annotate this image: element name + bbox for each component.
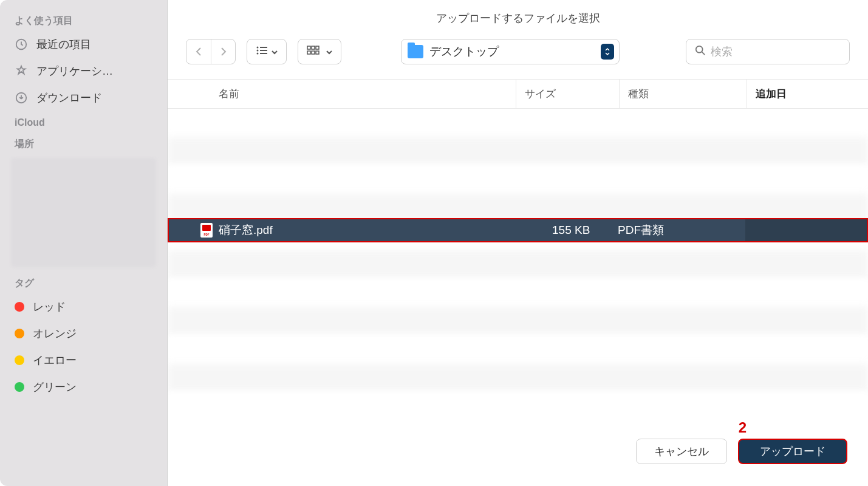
chevron-down-icon [326, 46, 332, 57]
sidebar-tag-label: イエロー [33, 353, 77, 368]
column-header-row: 名前 サイズ 種類 追加日 [168, 79, 868, 109]
svg-point-14 [696, 46, 703, 53]
main-panel: アップロードするファイルを選択 [168, 0, 868, 486]
svg-rect-12 [312, 51, 315, 54]
svg-rect-11 [307, 51, 310, 54]
folder-icon [408, 45, 423, 58]
svg-rect-13 [316, 51, 319, 54]
tag-dot-icon [15, 302, 24, 312]
annotation-2: 2 [739, 419, 747, 436]
sidebar-section-tags: タグ [0, 271, 167, 293]
pdf-file-icon [200, 223, 213, 238]
file-kind: PDF書類 [618, 222, 745, 238]
column-header-size[interactable]: サイズ [516, 80, 619, 108]
search-input[interactable] [711, 46, 841, 58]
download-icon [15, 91, 28, 104]
up-down-icon [601, 44, 614, 60]
file-open-dialog: よく使う項目 最近の項目 アプリケーシ… ダウンロード iCloud 場所 タグ [0, 0, 868, 486]
sidebar-tag-label: オレンジ [33, 326, 77, 341]
location-dropdown[interactable]: デスクトップ [401, 39, 620, 64]
upload-button[interactable]: アップロード [738, 439, 847, 464]
sidebar-tag-label: グリーン [33, 380, 77, 394]
sidebar-tag-green[interactable]: グリーン [0, 374, 167, 400]
chevron-down-icon [272, 46, 278, 57]
nav-group [186, 39, 236, 64]
file-list: 1 硝子窓.pdf 155 KB PDF書類 [168, 109, 868, 420]
sidebar-item-label: ダウンロード [36, 91, 102, 105]
sidebar-section-favorites: よく使う項目 [0, 9, 167, 31]
sidebar-tag-orange[interactable]: オレンジ [0, 320, 167, 347]
column-header-kind[interactable]: 種類 [619, 80, 747, 108]
blurred-files [168, 109, 868, 420]
sidebar-item-recents[interactable]: 最近の項目 [0, 31, 167, 58]
svg-rect-9 [312, 46, 315, 49]
view-list-button[interactable] [247, 39, 287, 64]
sidebar-tag-yellow[interactable]: イエロー [0, 347, 167, 374]
search-box[interactable] [686, 39, 850, 64]
sidebar-section-icloud: iCloud [0, 111, 167, 132]
sidebar-item-label: アプリケーシ… [36, 64, 113, 78]
sidebar-item-applications[interactable]: アプリケーシ… [0, 58, 167, 84]
cancel-button[interactable]: キャンセル [636, 439, 727, 464]
svg-point-6 [257, 53, 259, 55]
sidebar-tag-label: レッド [33, 299, 66, 314]
sidebar: よく使う項目 最近の項目 アプリケーシ… ダウンロード iCloud 場所 タグ [0, 0, 168, 486]
file-name: 硝子窓.pdf [219, 222, 273, 238]
view-group-button[interactable] [298, 39, 341, 64]
app-icon [15, 64, 28, 78]
sidebar-item-label: 最近の項目 [36, 37, 91, 52]
search-icon [695, 45, 706, 58]
svg-rect-3 [260, 47, 267, 48]
svg-point-2 [257, 47, 259, 49]
svg-rect-5 [260, 50, 267, 51]
svg-rect-10 [316, 46, 319, 49]
svg-rect-8 [307, 46, 310, 49]
clock-icon [15, 38, 28, 51]
dialog-title: アップロードするファイルを選択 [168, 0, 868, 32]
list-icon [256, 46, 268, 58]
tag-dot-icon [15, 329, 24, 338]
dialog-footer: 2 キャンセル アップロード [168, 420, 868, 486]
location-label: デスクトップ [429, 44, 595, 60]
sidebar-locations-blurred [11, 158, 156, 267]
column-header-date[interactable]: 追加日 [747, 80, 868, 108]
tag-dot-icon [15, 382, 24, 392]
column-header-name[interactable]: 名前 [168, 80, 516, 108]
tag-dot-icon [15, 355, 24, 365]
file-row-selected[interactable]: 硝子窓.pdf 155 KB PDF書類 [168, 218, 868, 242]
forward-button[interactable] [211, 39, 235, 64]
svg-point-4 [257, 50, 259, 52]
svg-rect-7 [260, 53, 267, 54]
file-size: 155 KB [552, 224, 618, 237]
back-button[interactable] [186, 39, 211, 64]
grid-group-icon [307, 46, 323, 58]
toolbar: デスクトップ [168, 32, 868, 79]
sidebar-tag-red[interactable]: レッド [0, 293, 167, 320]
file-name-cell: 硝子窓.pdf [169, 222, 552, 238]
sidebar-section-locations: 場所 [0, 132, 167, 154]
sidebar-item-downloads[interactable]: ダウンロード [0, 84, 167, 111]
file-date [745, 219, 867, 241]
